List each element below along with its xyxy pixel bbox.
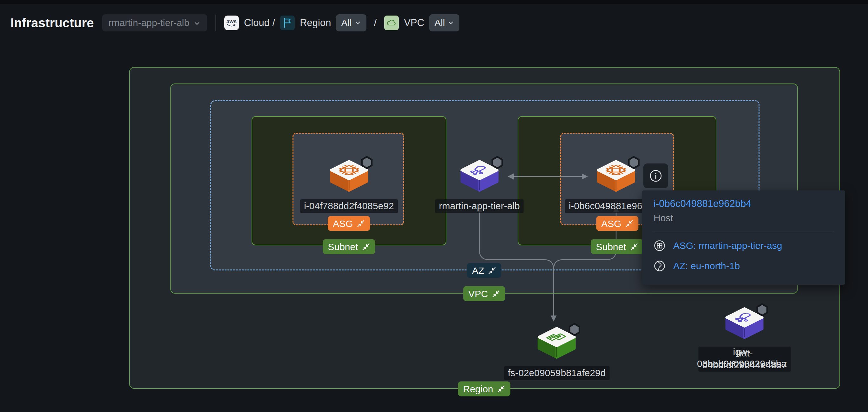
collapse-icon [630, 242, 638, 251]
variable-dropdown[interactable]: rmartin-app-tier-alb [102, 14, 207, 31]
collapse-icon [362, 242, 370, 251]
chevron-down-icon [193, 20, 201, 27]
collapse-icon [488, 266, 496, 274]
info-icon [649, 169, 663, 183]
load-balancer-icon [454, 155, 505, 198]
tooltip-type: Host [654, 213, 834, 224]
hexagon-badge-icon [629, 157, 639, 168]
chevron-down-icon [354, 19, 361, 26]
collapse-icon [625, 219, 633, 228]
vpc-filter-dropdown[interactable]: All [429, 14, 459, 31]
globe-icon [654, 260, 665, 272]
header: Infrastructure rmartin-app-tier-alb aws … [10, 11, 868, 34]
page-title: Infrastructure [10, 16, 94, 30]
host-tooltip: i-0b6c049881e962bb4 Host ASG: rmartin-ap… [642, 190, 845, 285]
vpc-badge[interactable]: VPC [463, 286, 505, 301]
asg-badge-right[interactable]: ASG [596, 216, 638, 231]
aws-smile-icon [227, 24, 236, 28]
node-label: i-04f788dd2f4085e92 [300, 199, 398, 213]
efs-node[interactable]: fs-02e09059b81afe29d [504, 323, 610, 380]
crumb-separator: / [374, 17, 377, 29]
subnet-badge-right[interactable]: Subnet [591, 239, 643, 254]
variable-dropdown-value: rmartin-app-tier-alb [108, 18, 189, 28]
file-system-icon [531, 323, 582, 364]
hexagon-badge-icon [569, 324, 579, 335]
alb-node[interactable]: rmartin-app-tier-alb [435, 155, 524, 213]
asg-link-row[interactable]: ASG: rmartin-app-tier-asg [654, 240, 834, 252]
asg-grid-icon [654, 240, 665, 252]
ec2-instance-left-node[interactable]: i-04f788dd2f4085e92 [300, 155, 398, 213]
info-button[interactable] [643, 164, 668, 188]
node-label: igw- 03beb0c090629d5ba [693, 345, 790, 371]
aws-cloud-icon: aws [224, 16, 239, 30]
collapse-icon [497, 385, 505, 393]
ec2-icon [591, 155, 642, 198]
node-label: rmartin-app-tier-alb [435, 199, 524, 213]
collapse-icon [357, 219, 365, 228]
ec2-icon [323, 155, 374, 198]
hexagon-badge-icon [757, 304, 767, 316]
overlapping-labels: nat- 04bdfdf29b44e4857 igw- 03beb0c09062… [699, 345, 791, 372]
region-badge[interactable]: Region [458, 382, 510, 396]
infrastructure-page: Infrastructure rmartin-app-tier-alb aws … [0, 0, 868, 412]
vpc-crumb-label: VPC [404, 17, 424, 29]
asg-badge-left[interactable]: ASG [328, 216, 370, 231]
cloud-crumb-label[interactable]: Cloud / [244, 17, 275, 29]
chevron-down-icon [447, 19, 454, 26]
nat-gateway-node[interactable]: nat- 04bdfdf29b44e4857 igw- 03beb0c09062… [699, 303, 791, 372]
region-filter-dropdown[interactable]: All [336, 14, 366, 31]
az-link-row[interactable]: AZ: eu-north-1b [654, 260, 834, 272]
region-flag-icon [280, 16, 295, 30]
collapse-icon [492, 290, 500, 298]
tooltip-title-link[interactable]: i-0b6c049881e962bb4 [654, 198, 834, 209]
breadcrumb: aws Cloud / Region All / VPC All [224, 14, 460, 31]
gateway-icon [719, 303, 770, 345]
az-badge[interactable]: AZ [467, 263, 501, 278]
hexagon-badge-icon [362, 157, 372, 168]
tooltip-divider [654, 231, 834, 231]
subnet-badge-left[interactable]: Subnet [323, 239, 375, 254]
header-divider [215, 14, 216, 31]
node-label: fs-02e09059b81afe29d [504, 366, 610, 380]
vpc-cloud-icon [384, 16, 399, 30]
region-crumb-label: Region [300, 17, 331, 29]
hexagon-badge-icon [492, 157, 502, 168]
